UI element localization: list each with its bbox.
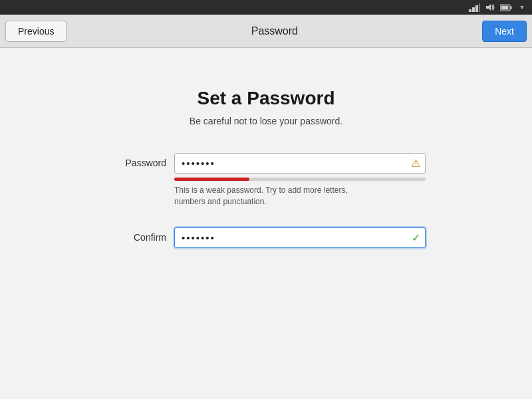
svg-rect-2 bbox=[475, 5, 478, 12]
svg-rect-3 bbox=[479, 3, 479, 12]
nav-title: Password bbox=[251, 25, 298, 37]
page-heading: Set a Password bbox=[198, 88, 335, 109]
password-field-right: ⚠ This is a weak password. Try to add mo… bbox=[174, 153, 426, 207]
password-field-row: Password ⚠ This is a weak password. Try … bbox=[106, 153, 426, 207]
next-button[interactable]: Next bbox=[482, 21, 527, 42]
strength-bar-fill bbox=[174, 178, 249, 181]
password-input-wrapper: ⚠ bbox=[174, 153, 426, 174]
confirm-input[interactable] bbox=[174, 227, 426, 248]
form-area: Password ⚠ This is a weak password. Try … bbox=[106, 153, 426, 248]
confirm-field-right: ✓ bbox=[174, 227, 426, 248]
svg-rect-7 bbox=[501, 5, 509, 9]
svg-rect-6 bbox=[511, 6, 512, 9]
page-subtitle: Be careful not to lose your password. bbox=[190, 116, 342, 126]
password-label: Password bbox=[106, 153, 166, 168]
dropdown-arrow-icon[interactable]: ▼ bbox=[516, 3, 528, 12]
main-content: Set a Password Be careful not to lose yo… bbox=[0, 48, 532, 399]
password-input[interactable] bbox=[174, 153, 426, 174]
system-bar: ▼ bbox=[0, 0, 532, 15]
confirm-input-wrapper: ✓ bbox=[174, 227, 426, 248]
svg-marker-4 bbox=[486, 4, 491, 11]
previous-button[interactable]: Previous bbox=[5, 21, 66, 42]
confirm-field-row: Confirm ✓ bbox=[106, 227, 426, 248]
svg-rect-1 bbox=[472, 7, 475, 12]
strength-text: This is a weak password. Try to add more… bbox=[174, 185, 380, 207]
confirm-label: Confirm bbox=[106, 227, 166, 243]
strength-bar-container bbox=[174, 178, 426, 181]
battery-icon bbox=[500, 3, 512, 12]
svg-rect-0 bbox=[469, 9, 471, 12]
network-icon bbox=[468, 3, 480, 12]
nav-bar: Previous Password Next bbox=[0, 15, 532, 48]
volume-icon bbox=[484, 3, 496, 12]
